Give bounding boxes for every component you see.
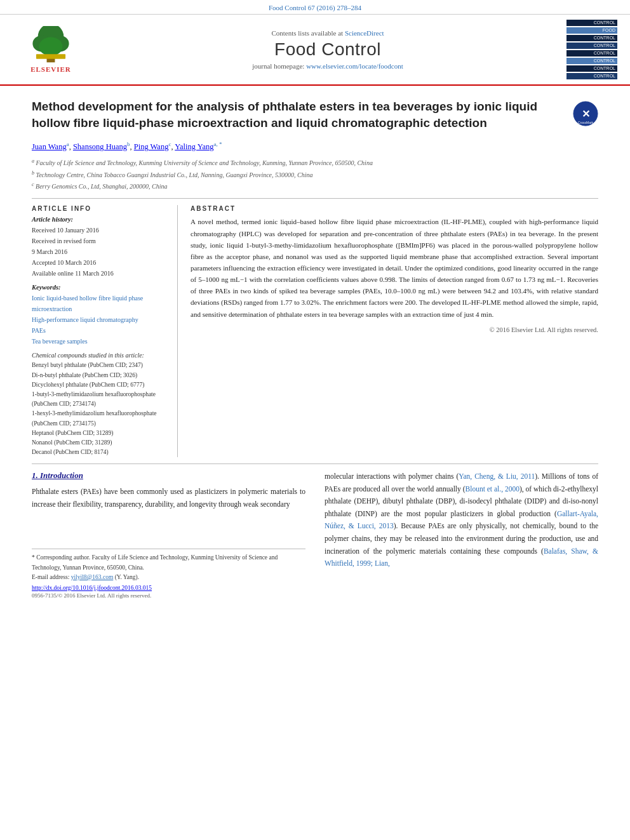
footnote-area: * Corresponding author. Faculty of Life … — [32, 549, 305, 599]
authors-line: Juan Wanga, Shansong Huangb, Ping Wangc,… — [32, 140, 598, 153]
doi-link[interactable]: http://dx.doi.org/10.1016/j.jfoodcont.20… — [32, 585, 152, 591]
side-strip-1: CONTROL — [566, 20, 617, 26]
divider — [32, 198, 598, 199]
history-accepted: Accepted 10 March 2016 — [32, 257, 164, 268]
abstract-label: ABSTRACT — [191, 205, 598, 212]
article-info-label: ARTICLE INFO — [32, 205, 164, 212]
science-direct-link[interactable]: ScienceDirect — [345, 29, 384, 37]
journal-header: ELSEVIER Contents lists available at Sci… — [0, 15, 630, 86]
affiliation-a: a Faculty of Life Science and Technology… — [32, 157, 598, 168]
paper-title-area: Method development for the analysis of p… — [32, 98, 598, 131]
article-info-col: ARTICLE INFO Article history: Received 1… — [32, 205, 178, 457]
footnote-email: E-mail address: yilyil8@163.com (Y. Yang… — [32, 573, 305, 582]
chemical-8: Decanol (PubChem CID; 8174) — [32, 448, 164, 457]
body-left-col: 1. Introduction Phthalate esters (PAEs) … — [32, 470, 305, 599]
svg-text:✕: ✕ — [582, 109, 590, 119]
affiliations: a Faculty of Life Science and Technology… — [32, 157, 598, 192]
ref-yan[interactable]: Yan, Cheng, & Liu, 2011 — [459, 472, 535, 480]
abstract-text: A novel method, termed ionic liquid–base… — [191, 216, 598, 319]
ref-blount[interactable]: Blount et al., 2000 — [466, 485, 519, 493]
science-direct-line: Contents lists available at ScienceDirec… — [89, 29, 566, 37]
history-available: Available online 11 March 2016 — [32, 268, 164, 279]
footnote-email-link[interactable]: yilyil8@163.com — [71, 574, 114, 580]
ref-gallart[interactable]: Gallart-Ayala, Núñez, & Lucci, 2013 — [325, 510, 598, 530]
intro-paragraph-2: molecular interactions with polymer chai… — [325, 470, 598, 570]
chemical-3: Dicyclohexyl phthalate (PubChem CID; 677… — [32, 380, 164, 390]
article-info-abstract: ARTICLE INFO Article history: Received 1… — [32, 205, 598, 457]
abstract-col: ABSTRACT A novel method, termed ionic li… — [178, 205, 598, 457]
journal-homepage: journal homepage: www.elsevier.com/locat… — [89, 62, 566, 70]
affiliation-b: b Technology Centre, China Tobacco Guang… — [32, 169, 598, 180]
crossmark-icon[interactable]: ✕ CrossMark — [573, 101, 598, 126]
elsevier-logo: ELSEVIER — [13, 26, 89, 73]
keyword-3: PAEs — [32, 325, 164, 336]
chemical-4: 1-butyl-3-methylimidazolium hexafluoroph… — [32, 390, 164, 409]
copyright: © 2016 Elsevier Ltd. All rights reserved… — [191, 326, 598, 333]
paper-section: Method development for the analysis of p… — [0, 86, 630, 463]
author-shansong-huang[interactable]: Shansong Huang — [73, 142, 127, 151]
keyword-2: High-performance liquid chromatography — [32, 314, 164, 325]
footnote-corresponding: * Corresponding author. Faculty of Life … — [32, 553, 305, 572]
author-yaling-yang[interactable]: Yaling Yang — [175, 142, 213, 151]
elsevier-brand-text: ELSEVIER — [30, 65, 71, 73]
chemical-1: Benzyl butyl phthalate (PubChem CID; 234… — [32, 361, 164, 370]
intro-heading: 1. Introduction — [32, 470, 305, 481]
ref-balafas[interactable]: Balafas, Shaw, & Whitfield, 1999; Lian, — [325, 547, 598, 568]
history-label: Article history: — [32, 216, 164, 223]
doi-line[interactable]: http://dx.doi.org/10.1016/j.jfoodcont.20… — [32, 585, 305, 591]
side-strip-6: CONTROL — [566, 58, 617, 64]
svg-rect-5 — [36, 54, 65, 58]
keyword-1: Ionic liquid-based hollow fibre liquid p… — [32, 293, 164, 314]
history-received: Received 10 January 2016 — [32, 225, 164, 236]
body-right-col: molecular interactions with polymer chai… — [325, 470, 598, 599]
author-juan-wang[interactable]: Juan Wang — [32, 142, 67, 151]
journal-side-decoration: CONTROL FOOD CONTROL CONTROL CONTROL CON… — [566, 20, 617, 79]
keywords-label: Keywords: — [32, 284, 164, 291]
author-ping-wang[interactable]: Ping Wang — [134, 142, 169, 151]
issn-line: 0956-7135/© 2016 Elsevier Ltd. All right… — [32, 592, 305, 599]
chemical-7: Nonanol (PubChem CID; 31289) — [32, 438, 164, 448]
journal-title: Food Control — [89, 39, 566, 60]
side-strip-3: CONTROL — [566, 35, 617, 41]
body-two-col: 1. Introduction Phthalate esters (PAEs) … — [32, 470, 598, 599]
journal-reference: Food Control 67 (2016) 278–284 — [0, 0, 630, 15]
intro-paragraph-1: Phthalate esters (PAEs) have been common… — [32, 486, 305, 510]
side-strip-2: FOOD — [566, 27, 617, 34]
affiliation-c: c Berry Genomics Co., Ltd, Shanghai, 200… — [32, 180, 598, 192]
body-section: 1. Introduction Phthalate esters (PAEs) … — [0, 464, 630, 605]
journal-center: Contents lists available at ScienceDirec… — [89, 29, 566, 70]
svg-point-4 — [39, 37, 63, 57]
side-strip-8: CONTROL — [566, 73, 617, 79]
chemical-label: Chemical compounds studied in this artic… — [32, 352, 164, 359]
elsevier-tree-icon — [22, 26, 79, 64]
chemical-2: Di-n-butyl phthalate (PubChem CID; 3026) — [32, 371, 164, 380]
history-received-revised: Received in revised form — [32, 236, 164, 246]
side-strip-4: CONTROL — [566, 43, 617, 49]
side-strip-7: CONTROL — [566, 65, 617, 72]
keyword-4: Tea beverage samples — [32, 336, 164, 347]
history-revised-date: 9 March 2016 — [32, 246, 164, 257]
paper-title: Method development for the analysis of p… — [32, 98, 563, 131]
side-strip-5: CONTROL — [566, 50, 617, 57]
chemical-5: 1-hexyl-3-methylimidazolium hexafluoroph… — [32, 409, 164, 428]
svg-text:CrossMark: CrossMark — [578, 121, 594, 124]
chemical-6: Heptanol (PubChem CID; 31289) — [32, 429, 164, 438]
journal-homepage-link[interactable]: www.elsevier.com/locate/foodcont — [306, 62, 403, 70]
